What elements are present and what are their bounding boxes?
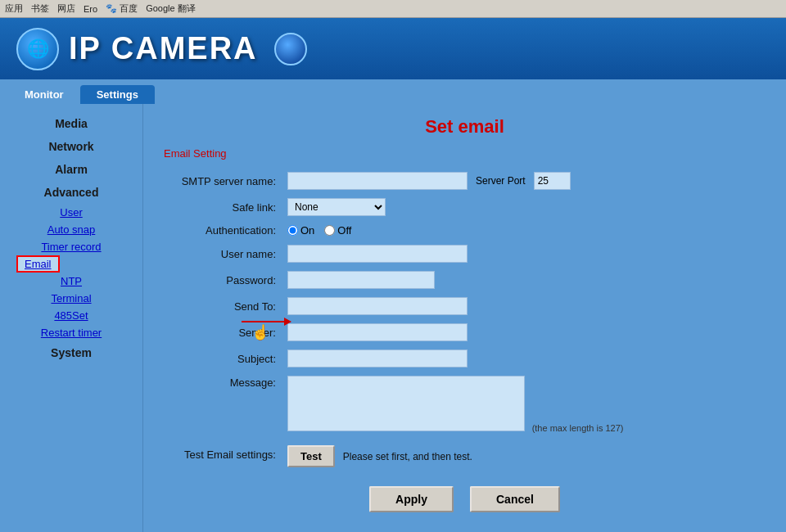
smtp-row: SMTP server name: Server Port: [164, 168, 766, 194]
safe-link-label: Safe link:: [164, 194, 282, 220]
sendto-row: Send To:: [164, 293, 766, 319]
browser-item-translate[interactable]: Google 翻译: [146, 2, 196, 15]
browser-toolbar: 应用 书签 网店 Ero 🐾 百度 Google 翻译: [0, 0, 786, 18]
smtp-server-input[interactable]: [287, 172, 468, 190]
test-email-label: Test Email settings:: [164, 438, 282, 471]
sidebar: Media Network Alarm Advanced User Auto s…: [0, 104, 143, 532]
safe-link-row: Safe link: None SSL TLS: [164, 194, 766, 220]
sender-label: Sender:: [164, 319, 282, 345]
password-label: Password:: [164, 267, 282, 293]
main-panel: ☝ Set email Email Setting SMTP server na…: [143, 104, 786, 532]
auth-on-option[interactable]: On: [287, 224, 314, 237]
browser-item-ero[interactable]: Ero: [84, 4, 97, 14]
sendto-input[interactable]: [287, 297, 468, 315]
app-title: IP CAMERA: [69, 31, 258, 66]
sidebar-group-advanced[interactable]: Advanced: [0, 181, 142, 204]
message-textarea[interactable]: [287, 376, 525, 431]
message-label: Message:: [164, 372, 282, 438]
nav-tabs: Monitor Settings: [0, 79, 786, 104]
safe-link-select[interactable]: None SSL TLS: [287, 198, 386, 216]
auth-row: Authentication: On Off: [164, 220, 766, 241]
password-input[interactable]: [287, 271, 435, 289]
logo-icon: 🌐: [16, 28, 59, 70]
apply-button[interactable]: Apply: [369, 486, 454, 512]
sidebar-item-restarttimer[interactable]: Restart timer: [0, 324, 142, 341]
app-header: 🌐 IP CAMERA: [0, 18, 786, 79]
auth-off-radio[interactable]: [324, 225, 335, 236]
browser-item-baidu[interactable]: 🐾 百度: [106, 2, 138, 15]
cancel-button[interactable]: Cancel: [470, 486, 560, 512]
sidebar-item-485set[interactable]: 485Set: [0, 307, 142, 324]
subject-input[interactable]: [287, 349, 468, 367]
subject-row: Subject:: [164, 345, 766, 372]
message-note: (the max length is 127): [532, 423, 624, 433]
bottom-buttons: Apply Cancel: [164, 486, 766, 512]
test-note: Please set first, and then test.: [343, 451, 472, 462]
password-row: Password:: [164, 267, 766, 293]
sidebar-item-ntp[interactable]: NTP: [0, 273, 142, 290]
sender-row: Sender:: [164, 319, 766, 345]
sidebar-item-user[interactable]: User: [0, 204, 142, 221]
sidebar-item-email[interactable]: Email: [16, 255, 60, 273]
tab-monitor[interactable]: Monitor: [8, 85, 80, 104]
sidebar-item-autosnap[interactable]: Auto snap: [0, 221, 142, 238]
browser-item-bookmarks[interactable]: 书签: [31, 2, 49, 15]
sendto-label: Send To:: [164, 293, 282, 319]
browser-item-store[interactable]: 网店: [57, 2, 75, 15]
globe-icon: [274, 33, 307, 65]
sidebar-item-terminal[interactable]: Terminal: [0, 290, 142, 307]
server-port-label: Server Port: [476, 175, 526, 187]
tab-settings[interactable]: Settings: [80, 85, 155, 104]
username-row: User name:: [164, 241, 766, 267]
email-form: SMTP server name: Server Port Safe link:…: [164, 168, 766, 471]
page-title: Set email: [164, 116, 766, 138]
sidebar-group-network[interactable]: Network: [0, 135, 142, 158]
sidebar-group-media[interactable]: Media: [0, 112, 142, 135]
sidebar-item-timerrecord[interactable]: Timer record: [0, 238, 142, 255]
test-email-row: Test Email settings: Test Please set fir…: [164, 438, 766, 471]
username-label: User name:: [164, 241, 282, 267]
smtp-label: SMTP server name:: [164, 168, 282, 194]
browser-item-apps[interactable]: 应用: [5, 2, 23, 15]
sidebar-group-system[interactable]: System: [0, 341, 142, 364]
auth-off-option[interactable]: Off: [324, 224, 351, 237]
sender-input[interactable]: [287, 323, 468, 341]
server-port-input[interactable]: [534, 172, 571, 190]
subject-label: Subject:: [164, 345, 282, 372]
test-button[interactable]: Test: [287, 445, 335, 467]
section-label: Email Setting: [164, 147, 766, 160]
message-row: Message: (the max length is 127): [164, 372, 766, 438]
auth-on-radio[interactable]: [287, 225, 298, 236]
username-input[interactable]: [287, 245, 468, 263]
sidebar-group-alarm[interactable]: Alarm: [0, 158, 142, 181]
auth-label: Authentication:: [164, 220, 282, 241]
